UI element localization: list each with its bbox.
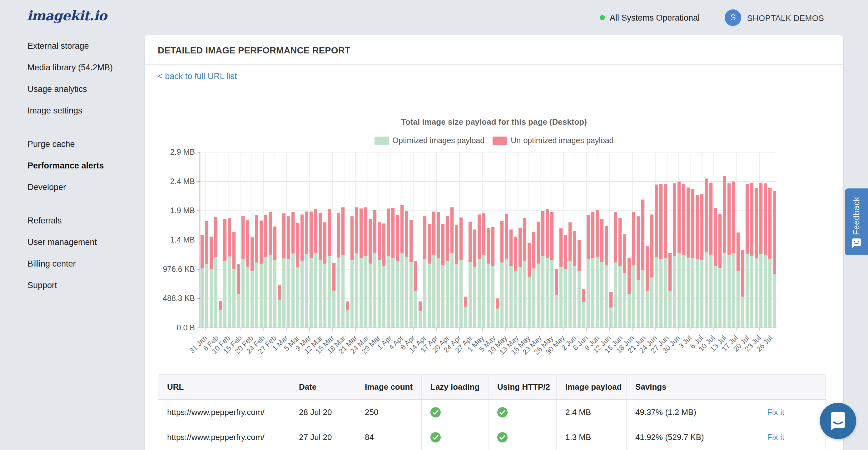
- sidebar-item-referrals[interactable]: Referrals: [28, 210, 143, 232]
- bar-optimized[interactable]: [369, 264, 372, 328]
- sidebar-item-performance-alerts[interactable]: Performance alerts: [28, 155, 143, 177]
- bar-unoptimized[interactable]: [678, 182, 681, 253]
- bar-optimized[interactable]: [242, 259, 245, 328]
- bar-optimized[interactable]: [205, 264, 208, 328]
- bar-unoptimized[interactable]: [591, 212, 594, 259]
- bar-optimized[interactable]: [714, 266, 717, 328]
- bar-unoptimized[interactable]: [346, 302, 349, 311]
- bar-optimized[interactable]: [737, 271, 740, 328]
- bar-optimized[interactable]: [686, 258, 690, 328]
- bar-unoptimized[interactable]: [369, 219, 372, 264]
- bar-optimized[interactable]: [605, 265, 608, 328]
- bar-unoptimized[interactable]: [405, 211, 408, 257]
- bar-unoptimized[interactable]: [205, 221, 208, 264]
- bar-unoptimized[interactable]: [578, 240, 581, 271]
- bar-optimized[interactable]: [346, 310, 349, 328]
- bar-unoptimized[interactable]: [646, 246, 649, 291]
- bar-optimized[interactable]: [528, 277, 531, 328]
- bar-unoptimized[interactable]: [223, 219, 226, 261]
- bar-optimized[interactable]: [727, 255, 731, 328]
- bar-optimized[interactable]: [464, 307, 467, 328]
- bar-unoptimized[interactable]: [396, 215, 399, 261]
- bar-optimized[interactable]: [273, 260, 276, 328]
- bar-unoptimized[interactable]: [314, 209, 317, 253]
- url-cell[interactable]: https://www.pepperfry.com/: [158, 400, 290, 425]
- bar-unoptimized[interactable]: [541, 211, 545, 256]
- bar-unoptimized[interactable]: [232, 232, 236, 269]
- bar-unoptimized[interactable]: [568, 222, 571, 261]
- bar-optimized[interactable]: [555, 295, 558, 328]
- bar-unoptimized[interactable]: [296, 223, 299, 267]
- sidebar-item-media-library-54-2mb[interactable]: Media library (54.2MB): [28, 57, 143, 79]
- bar-optimized[interactable]: [355, 253, 358, 328]
- bar-optimized[interactable]: [678, 253, 681, 328]
- bar-optimized[interactable]: [491, 266, 494, 328]
- bar-unoptimized[interactable]: [382, 223, 385, 266]
- bar-optimized[interactable]: [477, 259, 481, 328]
- bar-unoptimized[interactable]: [695, 195, 699, 259]
- bar-unoptimized[interactable]: [341, 207, 344, 255]
- bar-optimized[interactable]: [637, 280, 640, 328]
- bar-optimized[interactable]: [337, 258, 340, 328]
- bar-unoptimized[interactable]: [509, 229, 513, 266]
- bar-optimized[interactable]: [255, 263, 258, 328]
- bar-unoptimized[interactable]: [418, 302, 422, 311]
- bar-optimized[interactable]: [773, 274, 776, 328]
- bar-optimized[interactable]: [682, 255, 685, 328]
- bar-unoptimized[interactable]: [269, 212, 272, 255]
- bar-optimized[interactable]: [428, 264, 431, 328]
- bar-optimized[interactable]: [441, 265, 444, 328]
- bar-unoptimized[interactable]: [468, 221, 472, 262]
- bar-optimized[interactable]: [323, 264, 327, 328]
- bar-optimized[interactable]: [505, 259, 508, 328]
- bar-unoptimized[interactable]: [482, 213, 485, 255]
- url-cell[interactable]: https://www.pepperfry.com/: [158, 425, 290, 450]
- bar-optimized[interactable]: [468, 262, 472, 328]
- bar-unoptimized[interactable]: [214, 217, 217, 257]
- bar-optimized[interactable]: [514, 271, 517, 328]
- bar-optimized[interactable]: [418, 311, 422, 328]
- bar-optimized[interactable]: [573, 266, 576, 328]
- bar-unoptimized[interactable]: [709, 183, 712, 255]
- bar-optimized[interactable]: [732, 253, 735, 328]
- bar-unoptimized[interactable]: [737, 233, 740, 271]
- bar-unoptimized[interactable]: [618, 218, 622, 266]
- bar-unoptimized[interactable]: [487, 229, 490, 264]
- bar-unoptimized[interactable]: [423, 216, 426, 259]
- bar-unoptimized[interactable]: [332, 263, 336, 291]
- bar-unoptimized[interactable]: [750, 183, 753, 256]
- bar-unoptimized[interactable]: [496, 298, 499, 309]
- bar-unoptimized[interactable]: [455, 225, 458, 264]
- bar-unoptimized[interactable]: [632, 212, 635, 266]
- bar-optimized[interactable]: [223, 261, 226, 328]
- bar-unoptimized[interactable]: [705, 178, 708, 252]
- bar-optimized[interactable]: [246, 267, 249, 328]
- bar-unoptimized[interactable]: [278, 285, 281, 300]
- bar-optimized[interactable]: [305, 254, 308, 328]
- bar-unoptimized[interactable]: [718, 214, 721, 268]
- bar-unoptimized[interactable]: [519, 228, 522, 268]
- sidebar-item-external-storage[interactable]: External storage: [28, 35, 143, 57]
- bar-unoptimized[interactable]: [764, 183, 767, 255]
- bar-optimized[interactable]: [541, 256, 545, 328]
- bar-unoptimized[interactable]: [491, 227, 494, 266]
- bar-optimized[interactable]: [473, 267, 476, 328]
- bar-optimized[interactable]: [278, 300, 281, 328]
- bar-unoptimized[interactable]: [523, 218, 526, 261]
- bar-optimized[interactable]: [250, 271, 254, 328]
- imagekit-logo[interactable]: imagekit.io: [27, 8, 107, 24]
- bar-optimized[interactable]: [378, 260, 381, 328]
- bar-unoptimized[interactable]: [287, 216, 290, 259]
- bar-unoptimized[interactable]: [360, 208, 363, 258]
- bar-unoptimized[interactable]: [773, 191, 776, 274]
- bar-optimized[interactable]: [405, 257, 408, 328]
- bar-optimized[interactable]: [519, 267, 522, 328]
- bar-unoptimized[interactable]: [682, 184, 685, 255]
- bar-optimized[interactable]: [609, 307, 613, 328]
- bar-unoptimized[interactable]: [464, 297, 467, 307]
- bar-optimized[interactable]: [314, 253, 317, 328]
- bar-optimized[interactable]: [360, 258, 363, 328]
- system-status-text[interactable]: All Systems Operational: [610, 13, 700, 23]
- bar-unoptimized[interactable]: [500, 221, 503, 263]
- sidebar-item-billing-center[interactable]: Billing center: [28, 253, 143, 275]
